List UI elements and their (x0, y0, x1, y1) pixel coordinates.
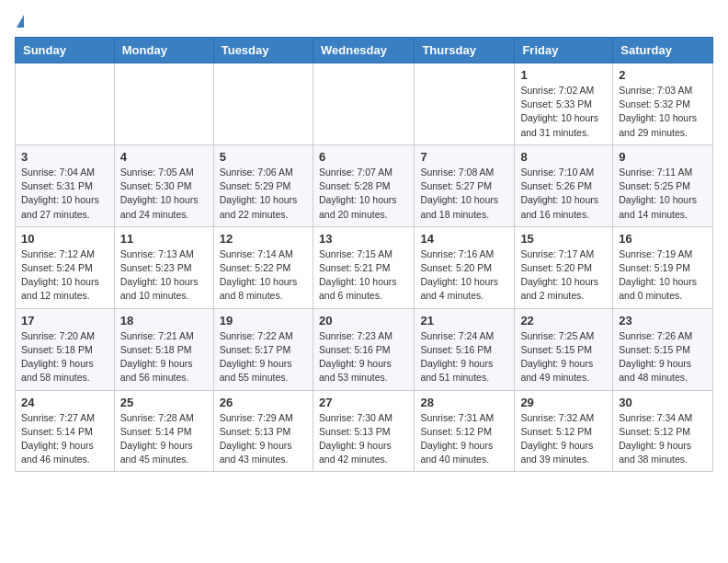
day-info: Sunrise: 7:06 AMSunset: 5:29 PMDaylight:… (220, 166, 307, 222)
day-info: Sunrise: 7:14 AMSunset: 5:22 PMDaylight:… (220, 247, 307, 304)
day-info: Sunrise: 7:16 AMSunset: 5:20 PMDaylight:… (420, 247, 508, 304)
calendar-header-row: SundayMondayTuesdayWednesdayThursdayFrid… (16, 38, 713, 63)
calendar-cell (213, 63, 313, 145)
day-info: Sunrise: 7:07 AMSunset: 5:28 PMDaylight:… (319, 166, 408, 222)
calendar-cell: 30Sunrise: 7:34 AMSunset: 5:12 PMDayligh… (613, 390, 713, 472)
day-info: Sunrise: 7:23 AMSunset: 5:16 PMDaylight:… (319, 329, 408, 385)
calendar-week-row: 10Sunrise: 7:12 AMSunset: 5:24 PMDayligh… (16, 226, 713, 308)
day-info: Sunrise: 7:12 AMSunset: 5:24 PMDaylight:… (21, 247, 108, 304)
day-info: Sunrise: 7:34 AMSunset: 5:12 PMDaylight:… (619, 411, 707, 467)
day-info: Sunrise: 7:28 AMSunset: 5:14 PMDaylight:… (120, 411, 208, 467)
calendar-cell: 24Sunrise: 7:27 AMSunset: 5:14 PMDayligh… (16, 390, 115, 472)
day-number: 15 (520, 232, 607, 246)
weekday-header-monday: Monday (114, 38, 213, 63)
day-number: 30 (619, 396, 707, 409)
day-number: 19 (220, 314, 307, 327)
day-number: 7 (420, 150, 508, 164)
weekday-header-sunday: Sunday (16, 38, 115, 63)
calendar-cell: 10Sunrise: 7:12 AMSunset: 5:24 PMDayligh… (16, 226, 115, 308)
day-info: Sunrise: 7:04 AMSunset: 5:31 PMDaylight:… (21, 166, 108, 222)
calendar-cell: 29Sunrise: 7:32 AMSunset: 5:12 PMDayligh… (515, 390, 613, 472)
day-info: Sunrise: 7:25 AMSunset: 5:15 PMDaylight:… (520, 329, 607, 385)
day-number: 26 (220, 396, 307, 409)
day-number: 18 (120, 314, 208, 327)
calendar-cell: 3Sunrise: 7:04 AMSunset: 5:31 PMDaylight… (16, 144, 115, 226)
day-number: 21 (420, 314, 508, 327)
day-number: 12 (220, 232, 307, 246)
day-info: Sunrise: 7:24 AMSunset: 5:16 PMDaylight:… (420, 329, 508, 385)
day-number: 16 (619, 232, 707, 246)
logo-triangle-icon (17, 15, 24, 28)
day-number: 27 (319, 396, 408, 409)
calendar-cell: 6Sunrise: 7:07 AMSunset: 5:28 PMDaylight… (313, 144, 414, 226)
day-number: 14 (420, 232, 508, 246)
calendar-cell (114, 63, 213, 145)
calendar-cell: 5Sunrise: 7:06 AMSunset: 5:29 PMDaylight… (213, 144, 313, 226)
calendar-cell: 17Sunrise: 7:20 AMSunset: 5:18 PMDayligh… (16, 308, 115, 390)
day-number: 24 (21, 396, 108, 409)
calendar-cell: 18Sunrise: 7:21 AMSunset: 5:18 PMDayligh… (114, 308, 213, 390)
calendar-cell: 21Sunrise: 7:24 AMSunset: 5:16 PMDayligh… (415, 308, 515, 390)
calendar-cell: 4Sunrise: 7:05 AMSunset: 5:30 PMDaylight… (114, 144, 213, 226)
calendar-cell: 12Sunrise: 7:14 AMSunset: 5:22 PMDayligh… (213, 226, 313, 308)
day-number: 13 (319, 232, 408, 246)
calendar-cell: 13Sunrise: 7:15 AMSunset: 5:21 PMDayligh… (313, 226, 414, 308)
day-info: Sunrise: 7:03 AMSunset: 5:32 PMDaylight:… (619, 84, 707, 140)
weekday-header-wednesday: Wednesday (313, 38, 414, 63)
calendar-cell (313, 63, 414, 145)
logo (15, 15, 24, 28)
calendar-cell (415, 63, 515, 145)
calendar-cell: 7Sunrise: 7:08 AMSunset: 5:27 PMDaylight… (415, 144, 515, 226)
calendar-cell: 1Sunrise: 7:02 AMSunset: 5:33 PMDaylight… (515, 63, 613, 145)
day-number: 28 (420, 396, 508, 409)
day-info: Sunrise: 7:30 AMSunset: 5:13 PMDaylight:… (319, 411, 408, 467)
day-number: 2 (619, 68, 707, 82)
day-info: Sunrise: 7:27 AMSunset: 5:14 PMDaylight:… (21, 411, 108, 467)
day-info: Sunrise: 7:10 AMSunset: 5:26 PMDaylight:… (520, 166, 607, 222)
calendar-cell: 23Sunrise: 7:26 AMSunset: 5:15 PMDayligh… (613, 308, 713, 390)
calendar-cell: 22Sunrise: 7:25 AMSunset: 5:15 PMDayligh… (515, 308, 613, 390)
day-number: 5 (220, 150, 307, 164)
calendar-week-row: 1Sunrise: 7:02 AMSunset: 5:33 PMDaylight… (16, 63, 713, 145)
calendar-cell: 20Sunrise: 7:23 AMSunset: 5:16 PMDayligh… (313, 308, 414, 390)
day-info: Sunrise: 7:05 AMSunset: 5:30 PMDaylight:… (120, 166, 208, 222)
calendar-cell (16, 63, 115, 145)
weekday-header-friday: Friday (515, 38, 613, 63)
day-number: 1 (520, 68, 607, 82)
day-number: 6 (319, 150, 408, 164)
day-number: 23 (619, 314, 707, 327)
day-number: 4 (120, 150, 208, 164)
calendar-cell: 9Sunrise: 7:11 AMSunset: 5:25 PMDaylight… (613, 144, 713, 226)
calendar-cell: 8Sunrise: 7:10 AMSunset: 5:26 PMDaylight… (515, 144, 613, 226)
page-header (15, 15, 713, 28)
calendar-cell: 2Sunrise: 7:03 AMSunset: 5:32 PMDaylight… (613, 63, 713, 145)
day-info: Sunrise: 7:13 AMSunset: 5:23 PMDaylight:… (120, 247, 208, 304)
day-info: Sunrise: 7:29 AMSunset: 5:13 PMDaylight:… (220, 411, 307, 467)
calendar-cell: 28Sunrise: 7:31 AMSunset: 5:12 PMDayligh… (415, 390, 515, 472)
calendar-week-row: 17Sunrise: 7:20 AMSunset: 5:18 PMDayligh… (16, 308, 713, 390)
day-number: 29 (520, 396, 607, 409)
weekday-header-tuesday: Tuesday (213, 38, 313, 63)
day-info: Sunrise: 7:15 AMSunset: 5:21 PMDaylight:… (319, 247, 408, 304)
calendar-cell: 27Sunrise: 7:30 AMSunset: 5:13 PMDayligh… (313, 390, 414, 472)
day-info: Sunrise: 7:08 AMSunset: 5:27 PMDaylight:… (420, 166, 508, 222)
day-number: 22 (520, 314, 607, 327)
calendar-cell: 15Sunrise: 7:17 AMSunset: 5:20 PMDayligh… (515, 226, 613, 308)
day-info: Sunrise: 7:17 AMSunset: 5:20 PMDaylight:… (520, 247, 607, 304)
day-number: 8 (520, 150, 607, 164)
day-info: Sunrise: 7:32 AMSunset: 5:12 PMDaylight:… (520, 411, 607, 467)
day-info: Sunrise: 7:26 AMSunset: 5:15 PMDaylight:… (619, 329, 707, 385)
calendar-cell: 14Sunrise: 7:16 AMSunset: 5:20 PMDayligh… (415, 226, 515, 308)
day-number: 9 (619, 150, 707, 164)
day-info: Sunrise: 7:21 AMSunset: 5:18 PMDaylight:… (120, 329, 208, 385)
day-number: 25 (120, 396, 208, 409)
calendar-cell: 25Sunrise: 7:28 AMSunset: 5:14 PMDayligh… (114, 390, 213, 472)
weekday-header-thursday: Thursday (415, 38, 515, 63)
calendar-week-row: 3Sunrise: 7:04 AMSunset: 5:31 PMDaylight… (16, 144, 713, 226)
calendar-cell: 11Sunrise: 7:13 AMSunset: 5:23 PMDayligh… (114, 226, 213, 308)
day-number: 17 (21, 314, 108, 327)
calendar-table: SundayMondayTuesdayWednesdayThursdayFrid… (15, 37, 713, 472)
weekday-header-saturday: Saturday (613, 38, 713, 63)
calendar-cell: 16Sunrise: 7:19 AMSunset: 5:19 PMDayligh… (613, 226, 713, 308)
day-number: 3 (21, 150, 108, 164)
